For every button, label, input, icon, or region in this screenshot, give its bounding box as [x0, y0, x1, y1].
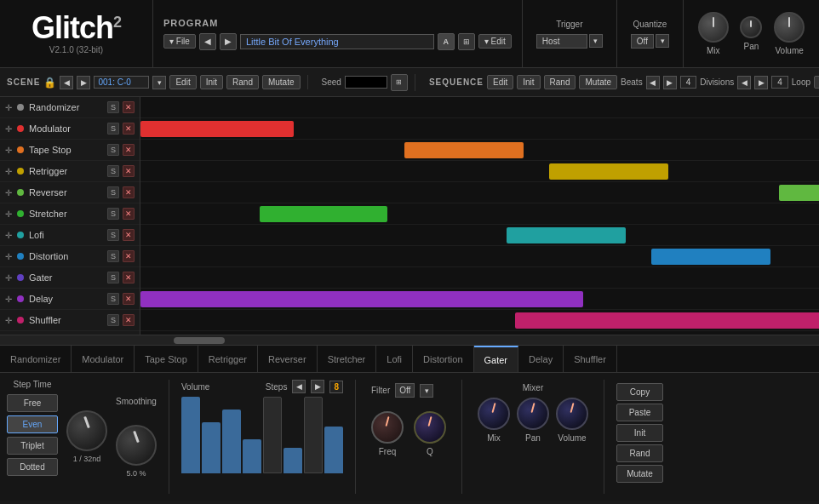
paste-btn[interactable]: Paste — [616, 404, 663, 421]
track-s-btn[interactable]: S — [107, 314, 119, 326]
seq-edit-btn[interactable]: Edit — [487, 75, 513, 89]
grid-row-modulator[interactable] — [140, 118, 819, 140]
divisions-nav-left[interactable]: ◀ — [737, 76, 751, 89]
trigger-dropdown[interactable]: Host — [536, 34, 587, 49]
beats-value[interactable]: 4 — [680, 76, 697, 89]
scene-init-btn[interactable]: Init — [200, 75, 223, 89]
freq-knob[interactable] — [371, 411, 404, 444]
track-close-btn[interactable]: ✕ — [123, 229, 135, 241]
grid-row-shuffler[interactable] — [140, 310, 819, 331]
track-s-btn[interactable]: S — [107, 165, 119, 177]
divisions-nav-right[interactable]: ▶ — [754, 76, 768, 89]
step-bar-6[interactable] — [304, 397, 323, 473]
dotted-btn[interactable]: Dotted — [7, 458, 58, 476]
step-bar-1[interactable] — [202, 422, 220, 473]
grid-row-delay[interactable] — [140, 289, 819, 310]
track-s-btn[interactable]: S — [107, 250, 119, 262]
scene-mutate-btn[interactable]: Mutate — [262, 75, 301, 89]
program-b-button[interactable]: ⊞ — [458, 33, 475, 50]
seed-icon-btn[interactable]: ⊞ — [391, 74, 408, 91]
pan-knob[interactable] — [740, 16, 762, 38]
track-s-btn[interactable]: S — [107, 272, 119, 284]
scene-rand-btn[interactable]: Rand — [226, 75, 259, 89]
track-s-btn[interactable]: S — [107, 186, 119, 198]
copy-btn[interactable]: Copy — [616, 383, 663, 401]
step-bar-4[interactable] — [263, 397, 282, 473]
filter-nav[interactable]: ▾ — [420, 384, 433, 398]
seq-rand-btn[interactable]: Rand — [544, 75, 576, 89]
track-drag-handle[interactable]: ✛ — [5, 167, 12, 176]
track-block[interactable] — [779, 185, 819, 201]
program-a-button[interactable]: A — [438, 33, 455, 50]
seq-mutate-btn[interactable]: Mutate — [579, 75, 617, 89]
track-drag-handle[interactable]: ✛ — [5, 103, 12, 112]
step-bar-5[interactable] — [284, 448, 302, 473]
track-block[interactable] — [140, 291, 583, 307]
volume-knob[interactable] — [774, 12, 805, 43]
scroll-thumb[interactable] — [174, 337, 225, 344]
mixer-mix-knob[interactable] — [478, 398, 510, 430]
step-bar-2[interactable] — [222, 410, 241, 473]
edit-button[interactable]: ▾ Edit — [478, 34, 512, 49]
gater-mutate-btn[interactable]: Mutate — [616, 465, 663, 483]
scene-dropdown-arrow[interactable]: ▾ — [152, 76, 166, 89]
track-drag-handle[interactable]: ✛ — [5, 124, 12, 134]
track-s-btn[interactable]: S — [107, 101, 119, 113]
track-close-btn[interactable]: ✕ — [123, 186, 135, 198]
grid-row-retrigger[interactable] — [140, 161, 819, 182]
track-drag-handle[interactable]: ✛ — [5, 146, 12, 155]
step-time-knob[interactable] — [66, 410, 107, 451]
program-dropdown[interactable]: Little Bit Of Everything — [240, 34, 434, 49]
track-block[interactable] — [260, 206, 387, 222]
scroll-bar[interactable] — [0, 335, 819, 345]
track-close-btn[interactable]: ✕ — [123, 250, 135, 262]
track-close-btn[interactable]: ✕ — [123, 144, 135, 156]
trigger-nav[interactable]: ▾ — [589, 34, 603, 48]
tab-tape-stop[interactable]: Tape Stop — [135, 346, 198, 372]
track-block[interactable] — [651, 249, 770, 265]
mix-knob[interactable] — [698, 12, 729, 43]
grid-row-lofi[interactable] — [140, 225, 819, 246]
track-close-btn[interactable]: ✕ — [123, 101, 135, 113]
track-drag-handle[interactable]: ✛ — [5, 231, 12, 240]
track-drag-handle[interactable]: ✛ — [5, 295, 12, 304]
steps-nav-right[interactable]: ▶ — [311, 380, 324, 393]
scene-dropdown[interactable]: 001: C-0 — [94, 76, 149, 89]
track-close-btn[interactable]: ✕ — [123, 123, 135, 135]
tab-shuffler[interactable]: Shuffler — [564, 346, 617, 372]
step-bar-container[interactable] — [181, 397, 343, 473]
track-close-btn[interactable]: ✕ — [123, 272, 135, 284]
grid-row-reverser[interactable] — [140, 182, 819, 203]
track-drag-handle[interactable]: ✛ — [5, 209, 12, 219]
grid-row-tape-stop[interactable] — [140, 140, 819, 161]
step-bar-7[interactable] — [324, 427, 343, 473]
divisions-value[interactable]: 4 — [771, 76, 788, 89]
track-block[interactable] — [515, 312, 819, 329]
file-button[interactable]: ▾ File — [163, 34, 196, 49]
tab-gater[interactable]: Gater — [474, 346, 519, 372]
tab-lofi[interactable]: Lofi — [376, 346, 413, 372]
track-s-btn[interactable]: S — [107, 229, 119, 241]
track-block[interactable] — [549, 163, 668, 180]
beats-nav-left[interactable]: ◀ — [646, 76, 660, 89]
smoothing-knob[interactable] — [116, 425, 157, 466]
quantize-nav[interactable]: ▾ — [656, 34, 669, 48]
scene-nav-right[interactable]: ▶ — [77, 76, 90, 89]
gater-init-btn[interactable]: Init — [616, 424, 663, 442]
track-block[interactable] — [140, 121, 294, 137]
track-close-btn[interactable]: ✕ — [123, 165, 135, 177]
track-block[interactable] — [404, 142, 524, 158]
grid-row-distortion[interactable] — [140, 246, 819, 267]
tab-modulator[interactable]: Modulator — [72, 346, 135, 372]
loop-button[interactable]: ⟳ — [814, 76, 819, 89]
grid-row-gater[interactable] — [140, 267, 819, 289]
tab-stretcher[interactable]: Stretcher — [318, 346, 377, 372]
tab-delay[interactable]: Delay — [518, 346, 564, 372]
triplet-btn[interactable]: Triplet — [7, 437, 58, 455]
gater-rand-btn[interactable]: Rand — [616, 444, 663, 462]
grid-row-stretcher[interactable] — [140, 203, 819, 225]
mixer-volume-knob[interactable] — [556, 398, 588, 430]
nav-right-button[interactable]: ▶ — [220, 33, 237, 50]
track-drag-handle[interactable]: ✛ — [5, 316, 12, 325]
scene-edit-btn[interactable]: Edit — [169, 75, 196, 89]
